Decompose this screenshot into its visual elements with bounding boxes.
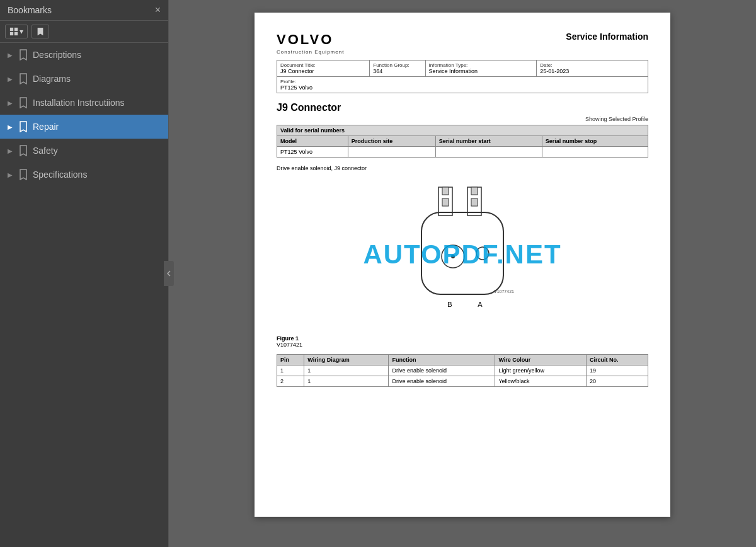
svg-point-13 bbox=[476, 247, 489, 260]
pin-table-cell: Drive enable solenoid bbox=[389, 376, 495, 387]
serial-col-start: Serial number start bbox=[435, 136, 542, 147]
sidebar-item-diagrams[interactable]: ▶ Diagrams bbox=[0, 67, 168, 91]
svg-rect-8 bbox=[471, 187, 478, 195]
svg-rect-6 bbox=[442, 199, 449, 206]
svg-text:B: B bbox=[447, 301, 452, 308]
function-group-value: 364 bbox=[373, 68, 421, 74]
chevron-icon: ▶ bbox=[8, 124, 14, 130]
svg-rect-2 bbox=[10, 32, 13, 35]
sidebar-item-repair[interactable]: ▶ Repair bbox=[0, 115, 168, 139]
serial-header-row: Model Production site Serial number star… bbox=[277, 136, 648, 147]
dropdown-arrow: ▾ bbox=[20, 27, 23, 36]
svg-rect-10 bbox=[421, 212, 503, 294]
function-group-label: Function Group: bbox=[373, 62, 421, 68]
collapse-sidebar-button[interactable] bbox=[164, 261, 174, 286]
serial-col-stop: Serial number stop bbox=[542, 136, 648, 147]
svg-rect-0 bbox=[10, 28, 13, 31]
sidebar-item-label: Repair bbox=[33, 122, 59, 132]
pin-table-cell: 1 bbox=[304, 376, 389, 387]
bookmark-icon bbox=[36, 27, 45, 36]
info-type-label: Information Type: bbox=[429, 62, 534, 68]
pdf-page: AUTOPDF.NET VOLVO Construction Equipment… bbox=[255, 13, 670, 517]
chevron-icon: ▶ bbox=[8, 100, 14, 107]
pin-table: Pin Wiring Diagram Function Wire Colour … bbox=[277, 354, 648, 387]
pdf-header: VOLVO Construction Equipment Service Inf… bbox=[277, 32, 648, 55]
view-toggle-button[interactable]: ▾ bbox=[5, 25, 28, 38]
connector-svg: B A V1077421 bbox=[393, 178, 532, 329]
serial-start bbox=[435, 147, 542, 158]
service-info-title: Service Information bbox=[566, 32, 648, 42]
bookmark-icon bbox=[19, 169, 28, 180]
sidebar-item-safety[interactable]: ▶ Safety bbox=[0, 139, 168, 163]
svg-rect-1 bbox=[14, 28, 18, 31]
svg-rect-5 bbox=[442, 187, 449, 195]
sidebar-item-label: Specifications bbox=[33, 170, 87, 180]
sidebar-item-label: Safety bbox=[33, 146, 58, 156]
figure-code: V1077421 bbox=[277, 342, 648, 348]
sidebar-title: Bookmarks bbox=[8, 5, 52, 15]
chevron-icon: ▶ bbox=[8, 171, 14, 178]
pin-col-wire-colour: Wire Colour bbox=[495, 355, 587, 366]
showing-profile: Showing Selected Profile bbox=[277, 116, 648, 122]
pin-table-cell: 19 bbox=[587, 366, 648, 376]
sidebar-item-installation[interactable]: ▶ Installation Instrcutiions bbox=[0, 91, 168, 115]
pin-table-row: 11Drive enable solenoidLight green/yello… bbox=[277, 366, 648, 376]
pin-table-cell: 2 bbox=[277, 376, 304, 387]
chevron-icon: ▶ bbox=[8, 147, 14, 154]
pin-table-cell: 20 bbox=[587, 376, 648, 387]
bookmark-icon bbox=[19, 73, 28, 84]
date-label: Date: bbox=[540, 62, 644, 68]
volvo-logo: VOLVO bbox=[277, 32, 344, 48]
svg-text:V1077421: V1077421 bbox=[494, 289, 514, 294]
sidebar-items-list: ▶ Descriptions ▶ Diagrams ▶ Ins bbox=[0, 43, 168, 187]
valid-serial-label: Valid for serial numbers bbox=[277, 125, 648, 136]
svg-rect-9 bbox=[471, 199, 478, 206]
svg-point-12 bbox=[451, 255, 455, 258]
sidebar-item-specifications[interactable]: ▶ Specifications bbox=[0, 163, 168, 187]
drive-title: Drive enable solenoid, J9 connector bbox=[277, 165, 648, 171]
brand-sub: Construction Equipment bbox=[277, 49, 344, 55]
pin-table-cell: Yellow/black bbox=[495, 376, 587, 387]
serial-production bbox=[348, 147, 435, 158]
pin-table-cell: 1 bbox=[304, 366, 389, 376]
sidebar-toolbar: ▾ bbox=[0, 21, 168, 43]
serial-col-model: Model bbox=[277, 136, 348, 147]
info-table: Document Title: J9 Connector Function Gr… bbox=[277, 60, 648, 93]
sidebar-item-label: Installation Instrcutiions bbox=[33, 98, 125, 108]
serial-stop bbox=[542, 147, 648, 158]
sidebar-close-button[interactable]: × bbox=[155, 5, 161, 15]
serial-model: PT125 Volvo bbox=[277, 147, 348, 158]
profile-value: PT125 Volvo bbox=[280, 84, 644, 91]
pin-col-circuit: Circuit No. bbox=[587, 355, 648, 366]
bookmark-icon bbox=[19, 145, 28, 156]
doc-title-value: J9 Connector bbox=[280, 68, 366, 74]
serial-numbers-table: Valid for serial numbers Model Productio… bbox=[277, 125, 648, 158]
doc-title-label: Document Title: bbox=[280, 62, 366, 68]
sidebar-item-label: Diagrams bbox=[33, 74, 71, 84]
pin-table-row: 21Drive enable solenoidYellow/black20 bbox=[277, 376, 648, 387]
pin-table-cell: Light green/yellow bbox=[495, 366, 587, 376]
brand-block: VOLVO Construction Equipment bbox=[277, 32, 344, 55]
chevron-icon: ▶ bbox=[8, 76, 14, 83]
figure-label: Figure 1 bbox=[277, 335, 648, 342]
bookmark-icon bbox=[19, 121, 28, 132]
chevron-left-icon bbox=[166, 270, 172, 277]
sidebar-header: Bookmarks × bbox=[0, 0, 168, 21]
bookmark-icon bbox=[19, 97, 28, 108]
bookmark-icon bbox=[19, 49, 28, 60]
bookmark-view-button[interactable] bbox=[32, 25, 49, 38]
chevron-icon: ▶ bbox=[8, 52, 14, 59]
info-type-value: Service Information bbox=[429, 68, 534, 74]
sidebar-item-descriptions[interactable]: ▶ Descriptions bbox=[0, 43, 168, 67]
pin-col-wiring: Wiring Diagram bbox=[304, 355, 389, 366]
svg-text:A: A bbox=[478, 301, 483, 308]
pin-table-cell: Drive enable solenoid bbox=[389, 366, 495, 376]
page-title: J9 Connector bbox=[277, 102, 648, 113]
grid-icon bbox=[9, 27, 18, 36]
pin-table-body: 11Drive enable solenoidLight green/yello… bbox=[277, 366, 648, 387]
sidebar: Bookmarks × ▾ ▶ Descriptions ▶ bbox=[0, 0, 169, 547]
serial-col-production: Production site bbox=[348, 136, 435, 147]
serial-data-row: PT125 Volvo bbox=[277, 147, 648, 158]
connector-diagram: B A V1077421 bbox=[277, 178, 648, 329]
pin-col-pin: Pin bbox=[277, 355, 304, 366]
